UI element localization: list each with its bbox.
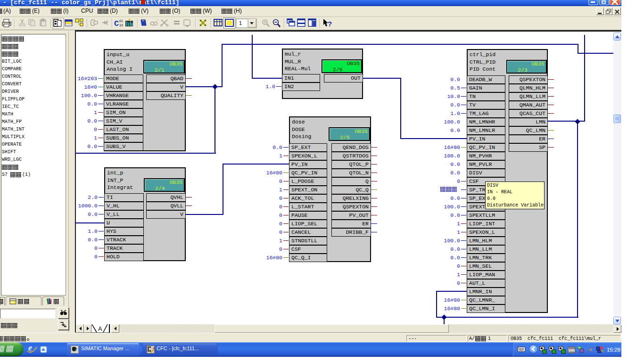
svg-text:?: ? <box>328 20 332 28</box>
svg-text:01: 01 <box>119 19 123 23</box>
svg-text:vm: vm <box>569 348 575 353</box>
svg-text:1: 1 <box>239 20 242 26</box>
svg-text:C: C <box>114 19 119 28</box>
svg-text:A: A <box>98 325 102 332</box>
svg-text:10: 10 <box>119 24 123 27</box>
